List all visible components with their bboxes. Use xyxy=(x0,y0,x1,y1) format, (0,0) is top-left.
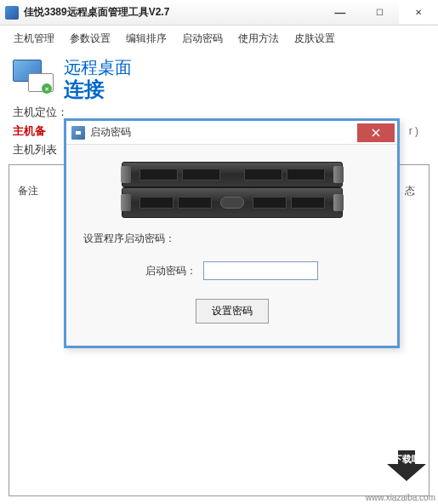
password-input[interactable] xyxy=(203,261,318,280)
header-line2: 连接 xyxy=(64,79,132,100)
dialog-body: 设置程序启动密码： 启动密码： 设置密码 xyxy=(66,145,397,346)
menu-edit-sort[interactable]: 编辑排序 xyxy=(119,29,173,49)
minimize-button[interactable]: ─ xyxy=(321,2,360,24)
remote-desktop-icon: × xyxy=(13,60,54,95)
menu-skin[interactable]: 皮肤设置 xyxy=(287,29,342,49)
close-icon xyxy=(372,129,380,137)
maximize-button[interactable]: ☐ xyxy=(360,2,399,24)
dialog-close-button[interactable] xyxy=(357,123,395,142)
set-password-button[interactable]: 设置密码 xyxy=(196,299,269,324)
dialog-titlebar: 启动密码 xyxy=(66,121,397,145)
window-title: 佳悦3389远程桌面管理工具V2.7 xyxy=(24,5,321,20)
menu-start-password[interactable]: 启动密码 xyxy=(175,29,230,49)
header-area: × 远程桌面 连接 xyxy=(0,52,438,103)
close-button[interactable]: ✕ xyxy=(399,2,438,24)
password-label: 启动密码： xyxy=(145,264,196,278)
window-controls: ─ ☐ ✕ xyxy=(321,2,438,24)
dialog-prompt: 设置程序启动密码： xyxy=(83,232,380,246)
menu-usage[interactable]: 使用方法 xyxy=(231,29,286,49)
dialog-title: 启动密码 xyxy=(90,125,357,140)
menu-host-manage[interactable]: 主机管理 xyxy=(7,29,61,49)
password-dialog: 启动密码 设置程序启动密码： xyxy=(64,118,400,348)
header-line1: 远程桌面 xyxy=(64,56,132,79)
app-icon xyxy=(5,6,19,20)
input-row: 启动密码： xyxy=(83,261,380,280)
menu-bar: 主机管理 参数设置 编辑排序 启动密码 使用方法 皮肤设置 xyxy=(0,26,438,52)
partial-text: r ) xyxy=(409,125,418,137)
column-status: 态 xyxy=(398,180,422,202)
menu-params[interactable]: 参数设置 xyxy=(63,29,117,49)
window-titlebar: 佳悦3389远程桌面管理工具V2.7 ─ ☐ ✕ xyxy=(0,0,438,26)
dialog-icon xyxy=(71,126,85,140)
header-text: 远程桌面 连接 xyxy=(64,56,132,100)
server-image xyxy=(122,155,343,219)
column-remark: 备注 xyxy=(11,180,45,202)
